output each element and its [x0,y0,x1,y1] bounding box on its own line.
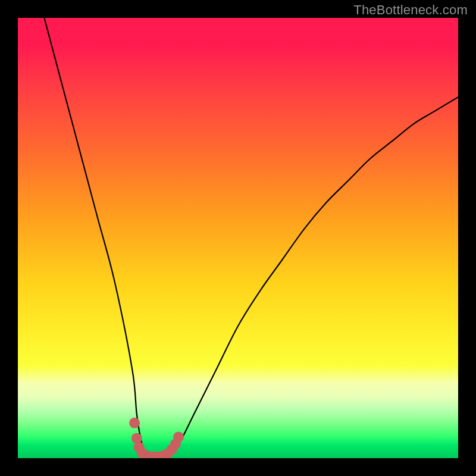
watermark-text: TheBottleneck.com [353,2,468,18]
bottleneck-curve [44,18,458,458]
curve-layer [18,18,458,458]
chart-stage: TheBottleneck.com [0,0,476,476]
highlight-dots [129,418,184,458]
bottleneck-curve-path [44,18,458,458]
highlight-dot [173,431,184,442]
plot-area [18,18,458,458]
highlight-dot [129,418,140,428]
